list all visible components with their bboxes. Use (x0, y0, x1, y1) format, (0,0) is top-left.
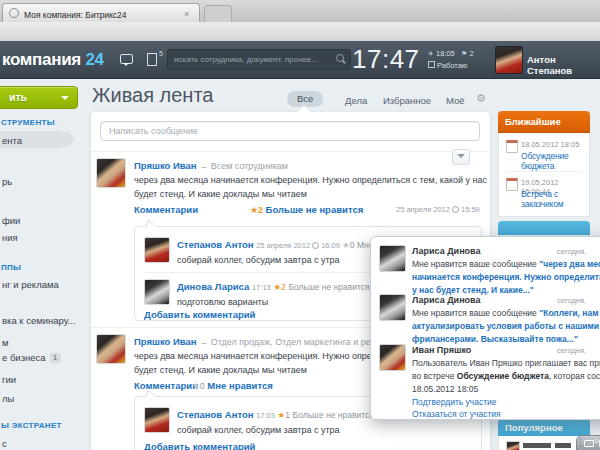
gear-icon[interactable]: ⚙ (476, 92, 486, 105)
like-link[interactable]: Больше не нравится (266, 204, 364, 215)
leave-icon: ✈ (428, 50, 434, 57)
browser-tab[interactable]: Моя компания: Битрикс24 × (2, 3, 200, 23)
event-link[interactable]: Обсуждение бюджета (521, 151, 589, 171)
feedback-widget[interactable]: 0 (576, 435, 600, 450)
post-body-line: через два месяца начинается конференция.… (134, 351, 387, 361)
tab-close-icon[interactable]: × (184, 9, 189, 19)
add-dropdown-icon[interactable] (61, 96, 69, 100)
notification-text: Мне нравится ваше сообщение "Коллеги, на… (412, 308, 600, 318)
new-tab-button[interactable] (204, 5, 232, 23)
accept-link[interactable]: Подтвердить участие (412, 397, 497, 407)
add-button[interactable]: ить (0, 86, 78, 109)
like-link[interactable]: Мне нравится (207, 380, 272, 391)
sidebar-item-feed[interactable]: ента (0, 131, 68, 148)
sidebar-item[interactable]: с (2, 438, 7, 449)
quoted-link[interactable]: актуализировать условия работы с нашими … (412, 321, 600, 331)
bubble-tail-fill (146, 391, 157, 398)
event-link[interactable]: Встреча с заказчиком (521, 189, 589, 209)
post-author-link[interactable]: Пряшко Иван (134, 160, 197, 171)
browser-tabbar: Моя компания: Битрикс24 × (0, 0, 600, 23)
sidebar-item-calendar[interactable]: рь (2, 176, 12, 187)
post-recipients[interactable]: Всем сотрудникам (211, 161, 288, 171)
work-status-row[interactable]: Работаю (428, 61, 467, 70)
work-time-row: ✈ 18:05 ⚑ 2 (428, 49, 474, 58)
sidebar-item[interactable]: м (2, 337, 9, 348)
work-clock[interactable]: 17:47 (352, 44, 420, 75)
status-label: Работаю (437, 61, 467, 70)
post-body-line: будет стенд. И какие доклады мы читаем (134, 365, 307, 375)
like-link[interactable]: Больше не нравится (293, 410, 374, 420)
notification-text: Мне нравится ваше сообщение "через два м… (412, 259, 600, 269)
comment-time: 17:13 (252, 283, 271, 292)
notification-avatar[interactable] (379, 344, 406, 371)
sidebar-item-seminar[interactable]: вка к семинару... (2, 315, 75, 326)
calendar-icon (506, 140, 518, 153)
text-plain: , которая состоится (549, 371, 600, 381)
sidebar-item-depts[interactable]: лы (2, 393, 14, 404)
add-comment-link[interactable]: Добавить комментарий (144, 309, 255, 320)
post-recipients[interactable]: Отдел продаж, Отдел маркетинга и реклам (211, 337, 392, 347)
user-name[interactable]: Антон Степанов (527, 54, 600, 76)
quoted-link[interactable]: фрилансерами. Высказывайте пожа..." (412, 334, 578, 344)
comments-link[interactable]: Комментарии (134, 204, 198, 215)
comment-avatar[interactable] (144, 407, 170, 433)
messages-icon[interactable] (120, 54, 133, 64)
notification-text: во встрече Обсуждение бюджета, которая с… (412, 371, 600, 381)
feed-tab-favorites[interactable]: Избранное (383, 95, 431, 106)
post-collapse-button[interactable] (452, 149, 470, 165)
feed-tab-mine[interactable]: Моё (446, 95, 465, 106)
clock-icon (312, 242, 319, 249)
decline-link[interactable]: Отказаться от участия (412, 409, 501, 419)
sidebar-item-photos[interactable]: фии (2, 215, 20, 226)
post-author-link[interactable]: Пряшко Иван (134, 336, 197, 347)
post-author-avatar[interactable] (96, 158, 126, 188)
feed-tab-tasks[interactable]: Дела (345, 95, 367, 106)
events-panel: 18.05.2012 18:05 Обсуждение бюджета 19.0… (498, 133, 590, 217)
notification-author[interactable]: Иван Пряшко (412, 345, 471, 355)
header-search[interactable]: искать сотрудника, документ, прочее... (167, 49, 351, 70)
comment-avatar[interactable] (144, 237, 170, 263)
user-avatar[interactable] (495, 46, 523, 74)
comment-author-link[interactable]: Степанов Антон (177, 409, 254, 420)
app-window: Моя компания: Битрикс24 × http://mycompa… (0, 0, 600, 450)
chat-count: 0 (595, 438, 598, 444)
like-block[interactable]: ★0 Мне нравится (192, 380, 273, 391)
notification-author[interactable]: Лариса Динова (412, 246, 481, 256)
popular-item-avatar[interactable] (506, 441, 520, 450)
like-block[interactable]: ★2 Больше не нравится (250, 204, 363, 215)
composer-placeholder: Написать сообщение (109, 126, 198, 136)
site-favicon (9, 8, 19, 18)
add-comment-link[interactable]: Добавить комментарий (144, 441, 255, 450)
star-icon: ★ (273, 282, 281, 292)
quoted-link[interactable]: у нас будет стенд. И какие..." (412, 285, 534, 295)
comment-avatar[interactable] (144, 279, 170, 305)
notification-author[interactable]: Лариса Динова (412, 295, 481, 305)
sidebar-item-marketing[interactable]: нг и реклама (2, 279, 59, 290)
post-author-avatar[interactable] (96, 334, 126, 364)
sidebar-item-tech[interactable]: гии (2, 374, 16, 385)
comments-link[interactable]: Комментарии (134, 380, 198, 391)
tab-title: Моя компания: Битрикс24 (24, 10, 127, 20)
app-logo: компания 24 (2, 50, 104, 70)
notification-avatar[interactable] (379, 294, 406, 321)
notification-avatar[interactable] (379, 245, 406, 272)
like-count: 0 (350, 240, 355, 250)
company-icon[interactable] (147, 53, 157, 66)
comment-author-link[interactable]: Динова Лариса (177, 281, 249, 292)
bubble-tail-fill (146, 221, 157, 228)
quoted-link[interactable]: "Коллеги, нам нужно (539, 308, 600, 318)
flag-icon: ⚑ (461, 50, 467, 57)
search-icon[interactable] (336, 54, 344, 62)
sidebar-item-messages[interactable]: ния (2, 232, 18, 243)
like-count: 1 (285, 410, 290, 420)
like-link[interactable]: Больше не нравится (288, 282, 369, 292)
quoted-link[interactable]: начинается конференция. Нужно определить… (412, 272, 600, 282)
sidebar-item-business[interactable]: е бизнеса1 (2, 352, 61, 363)
comment-time: 17:03 (256, 411, 275, 420)
quoted-link[interactable]: "через два месяца (539, 259, 600, 269)
comment-author-link[interactable]: Степанов Антон (177, 239, 254, 250)
new-message-input[interactable]: Написать сообщение (100, 121, 480, 141)
arrow-icon: → (199, 161, 208, 171)
comment-header: Степанов Антон 17:03 ★1 Больше не нравит… (177, 409, 374, 420)
divider (91, 151, 488, 152)
